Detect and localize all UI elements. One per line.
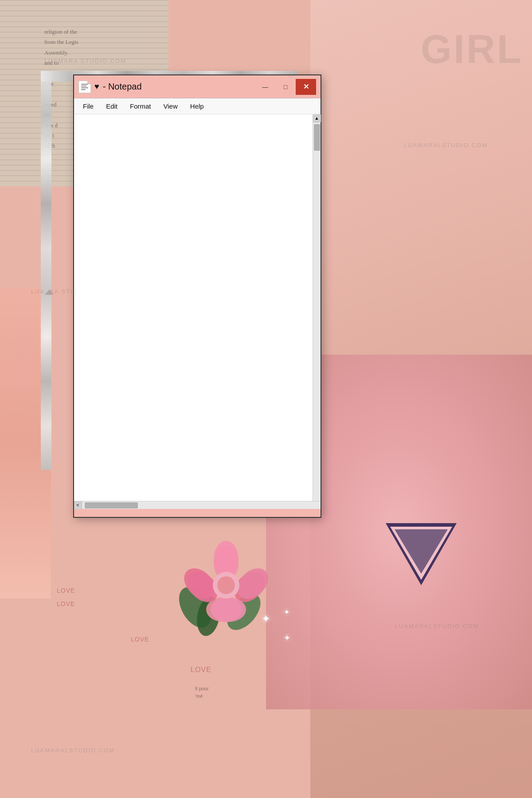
girls-text: GIRL [421, 27, 523, 72]
icon-line-3 [81, 87, 88, 88]
notepad-file-icon [78, 81, 91, 93]
svg-point-10 [211, 597, 246, 622]
titlebar-title: ♥ - Notepad [94, 82, 142, 92]
svg-point-13 [217, 576, 235, 594]
sparkle-3: ✦ [284, 608, 289, 616]
icon-line-4 [81, 89, 86, 90]
menu-edit[interactable]: Edit [100, 101, 124, 112]
love-label-2: LOVE [57, 600, 75, 607]
sparkle-2: ✦ [284, 633, 290, 643]
triangle-decoration [386, 523, 457, 585]
maximize-button[interactable]: □ [275, 79, 296, 95]
heart-icon: ♥ [94, 82, 99, 91]
scrollbar-thumb[interactable] [314, 124, 320, 151]
love-label-4: LOVE [191, 666, 211, 674]
hscrollbar-thumb[interactable] [85, 502, 138, 509]
watermark-3: LUAMARALSTUDIO.COM [404, 142, 488, 149]
notepad-textarea[interactable] [74, 114, 313, 501]
triangle-inner [395, 529, 448, 574]
love-label-1: LOVE [57, 587, 75, 594]
notepad-content-area: ▲ [74, 114, 321, 501]
notepad-titlebar: ♥ - Notepad — □ ✕ [74, 75, 321, 98]
menu-format[interactable]: Format [124, 101, 157, 112]
vertical-scrollbar[interactable]: ▲ [313, 114, 321, 501]
titlebar-left: ♥ - Notepad [78, 81, 142, 93]
menu-file[interactable]: File [77, 101, 100, 112]
svg-marker-0 [45, 289, 54, 295]
watermark-5: LUAMARALSTUDIO.COM [31, 747, 115, 754]
titlebar-controls: — □ ✕ [255, 79, 316, 95]
horizontal-scrollbar[interactable]: < [74, 501, 321, 509]
icon-line-1 [81, 84, 88, 85]
love-label-3: LOVE [131, 636, 149, 643]
notepad-icon-lines [79, 82, 90, 92]
svg-point-8 [214, 541, 239, 576]
menu-help[interactable]: Help [184, 101, 210, 112]
notepad-menubar: File Edit Format View Help [74, 98, 321, 114]
notepad-window: ♥ - Notepad — □ ✕ File Edit Format [73, 74, 321, 518]
scrollbar-up-arrow[interactable]: ▲ [313, 114, 321, 122]
hscrollbar-left-arrow[interactable]: < [74, 501, 82, 509]
notepad-title-text: - Notepad [103, 82, 142, 92]
flower-decoration [168, 528, 284, 643]
icon-line-2 [81, 86, 86, 86]
menu-view[interactable]: View [157, 101, 184, 112]
diamond-border-left [41, 71, 51, 470]
minimize-button[interactable]: — [255, 79, 275, 95]
close-button[interactable]: ✕ [296, 79, 316, 95]
watermark-1: LUAMARA STUDIO.COM [44, 58, 126, 64]
watermark-4: LUAMARALSTUDIO.COM [395, 623, 479, 630]
bottom-collage-text: Il pour 'mé [195, 685, 209, 700]
